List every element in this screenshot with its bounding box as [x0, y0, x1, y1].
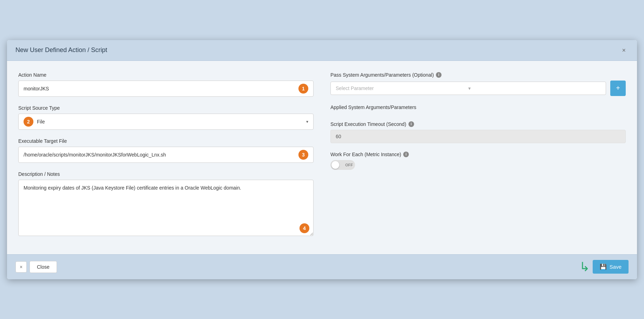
executable-label: Executable Target File [18, 138, 314, 144]
work-for-each-group: Work For Each (Metric Instance) i OFF [330, 152, 626, 170]
executable-input-wrapper: 3 [18, 147, 314, 163]
timeout-input[interactable] [330, 130, 626, 143]
arrow-icon: ↳ [579, 260, 590, 274]
dialog-header: New User Defined Action / Script × [7, 40, 637, 61]
pass-system-label: Pass System Arguments/Parameters (Option… [330, 72, 626, 78]
work-for-each-info-icon[interactable]: i [403, 152, 409, 157]
applied-system-group: Applied System Arguments/Parameters [330, 104, 626, 113]
dialog-container: New User Defined Action / Script × Actio… [7, 40, 637, 279]
right-column: Pass System Arguments/Parameters (Option… [330, 72, 626, 246]
select-param-chevron-icon: ▾ [468, 85, 601, 91]
pass-system-group: Pass System Arguments/Parameters (Option… [330, 72, 626, 96]
script-source-chevron-icon: ▾ [306, 119, 308, 124]
description-textarea[interactable] [18, 180, 314, 236]
footer-close-button[interactable]: Close [30, 261, 57, 273]
toggle-row: OFF [330, 160, 626, 170]
applied-system-label: Applied System Arguments/Parameters [330, 104, 626, 110]
script-source-label: Script Source Type [18, 105, 314, 111]
add-param-button[interactable]: + [610, 81, 626, 96]
executable-badge: 3 [298, 150, 308, 160]
timeout-label: Script Execution Timeout (Second) i [330, 121, 626, 127]
executable-group: Executable Target File 3 [18, 138, 314, 163]
footer-left: × Close [15, 261, 57, 273]
save-disk-icon: 💾 [600, 263, 607, 270]
description-badge: 4 [300, 223, 309, 233]
description-group: Description / Notes 4 [18, 171, 314, 237]
action-name-badge: 1 [298, 84, 308, 94]
script-source-badge: 2 [24, 117, 33, 127]
action-name-input[interactable] [24, 86, 295, 91]
pass-system-info-icon[interactable]: i [436, 72, 442, 78]
script-source-select[interactable]: File Inline [37, 119, 303, 125]
action-name-input-wrapper: 1 [18, 81, 314, 97]
timeout-info-icon[interactable]: i [408, 121, 414, 127]
footer-right: ↳ 💾 Save [579, 260, 629, 274]
description-label: Description / Notes [18, 171, 314, 177]
save-label: Save [610, 264, 622, 270]
timeout-group: Script Execution Timeout (Second) i [330, 121, 626, 143]
script-source-group: Script Source Type 2 File Inline ▾ [18, 105, 314, 130]
save-button[interactable]: 💾 Save [593, 260, 629, 274]
toggle-state-label: OFF [345, 163, 353, 167]
action-name-label: Action Name [18, 72, 314, 78]
left-column: Action Name 1 Script Source Type 2 File … [18, 72, 314, 246]
select-param-placeholder: Select Parameter [336, 85, 468, 91]
toggle-knob [331, 161, 339, 169]
select-param-row: Select Parameter ▾ + [330, 81, 626, 96]
select-param-dropdown[interactable]: Select Parameter ▾ [330, 82, 606, 95]
work-for-each-label: Work For Each (Metric Instance) i [330, 152, 626, 157]
footer-close-x-button[interactable]: × [15, 261, 27, 273]
work-for-each-toggle[interactable]: OFF [330, 160, 355, 170]
executable-input[interactable] [24, 152, 295, 158]
dialog-footer: × Close ↳ 💾 Save [7, 254, 637, 279]
script-source-select-wrapper: 2 File Inline ▾ [18, 114, 314, 130]
header-close-button[interactable]: × [619, 46, 629, 55]
dialog-title: New User Defined Action / Script [15, 46, 107, 54]
dialog-body: Action Name 1 Script Source Type 2 File … [7, 61, 637, 254]
action-name-group: Action Name 1 [18, 72, 314, 97]
